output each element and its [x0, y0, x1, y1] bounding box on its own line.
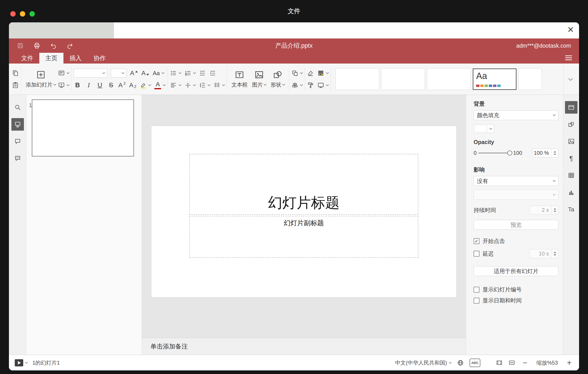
show-slide-number-checkbox[interactable]: 显示幻灯片编号	[474, 286, 558, 293]
show-date-time-checkbox[interactable]: 显示日期和时间	[474, 297, 558, 304]
preview-button[interactable]: 预览	[474, 220, 558, 230]
theme-item[interactable]	[381, 68, 425, 90]
decrease-font-button[interactable]: A	[141, 70, 149, 76]
slide-thumbnail[interactable]	[32, 99, 134, 157]
insert-textbox-button[interactable]: 文本框	[229, 70, 250, 88]
insert-image-button[interactable]: 图片	[250, 70, 268, 88]
font-name-select[interactable]	[74, 69, 107, 78]
comments-panel-button[interactable]	[11, 135, 24, 148]
increase-indent-button[interactable]	[209, 70, 216, 77]
theme-item[interactable]	[427, 68, 471, 90]
menu-hamburger-icon[interactable]	[565, 55, 572, 60]
bold-button[interactable]: B	[74, 82, 81, 88]
shape-settings-button[interactable]	[565, 118, 578, 131]
search-panel-button[interactable]	[11, 101, 24, 114]
delay-checkbox[interactable]: 延迟	[474, 250, 494, 257]
theme-gallery-expand-button[interactable]	[563, 64, 576, 95]
font-size-select[interactable]	[111, 69, 126, 78]
chart-settings-button[interactable]	[565, 186, 578, 199]
table-settings-button[interactable]	[565, 169, 578, 182]
add-slide-button[interactable]: 添加幻灯片	[23, 70, 58, 88]
slide-settings-button[interactable]	[565, 101, 578, 114]
zoom-out-button[interactable]: −	[521, 359, 529, 367]
underline-button[interactable]: U	[96, 82, 104, 88]
start-slideshow-status-button[interactable]	[15, 359, 23, 366]
slide-layout-button[interactable]	[58, 70, 69, 77]
align-left-icon	[170, 82, 177, 88]
redo-button[interactable]	[67, 42, 73, 49]
strikethrough-button[interactable]: S	[107, 82, 115, 88]
numbering-button[interactable]	[185, 70, 196, 77]
notes-area[interactable]: 单击添加备注	[142, 338, 466, 355]
play-icon	[18, 361, 21, 365]
fit-to-width-button[interactable]	[508, 360, 515, 366]
duration-input[interactable]: 2 s	[529, 206, 558, 215]
effect-variant-select[interactable]	[474, 190, 558, 200]
opacity-input[interactable]: 100 %	[532, 149, 558, 157]
decrease-indent-button[interactable]	[199, 70, 206, 77]
slide-size-button[interactable]	[317, 82, 328, 88]
spinner[interactable]	[551, 249, 558, 258]
undo-button[interactable]	[50, 42, 57, 49]
zoom-in-button[interactable]: +	[565, 359, 573, 367]
title-placeholder[interactable]: 幻灯片标题	[189, 154, 419, 215]
horizontal-align-button[interactable]	[170, 82, 181, 88]
tab-file[interactable]: 文件	[15, 53, 39, 64]
theme-item[interactable]	[335, 68, 379, 90]
shape-settings-icon	[568, 121, 575, 128]
fill-color-select[interactable]	[474, 124, 494, 133]
line-spacing-button[interactable]	[199, 82, 210, 88]
print-button[interactable]	[33, 42, 40, 49]
spellcheck-button[interactable]: ABC	[470, 359, 481, 367]
highlight-color-button[interactable]	[140, 82, 151, 88]
increase-font-button[interactable]: A	[130, 70, 138, 76]
paste-button[interactable]	[12, 82, 19, 88]
vertical-align-button[interactable]	[185, 82, 196, 88]
fit-to-slide-button[interactable]	[496, 360, 503, 366]
align-shape-button[interactable]	[292, 82, 303, 88]
theme-item-selected[interactable]: Aa	[473, 68, 516, 90]
apply-to-all-slides-button[interactable]: 适用于所有幻灯片	[474, 266, 558, 276]
subtitle-placeholder[interactable]: 幻灯片副标题	[189, 216, 419, 258]
arrange-shape-button[interactable]	[292, 70, 303, 77]
columns-button[interactable]	[214, 82, 224, 88]
effect-select[interactable]: 没有	[474, 176, 558, 186]
tab-insert[interactable]: 插入	[63, 53, 88, 64]
subscript-button[interactable]: A2	[129, 81, 136, 89]
chevron-down-icon	[178, 71, 181, 74]
fill-type-select[interactable]: 颜色填充	[474, 110, 558, 120]
paragraph-settings-button[interactable]: ¶	[565, 152, 578, 165]
opacity-slider-handle[interactable]	[507, 151, 512, 155]
change-case-button[interactable]: Aa	[153, 70, 164, 76]
spinner[interactable]	[551, 206, 558, 214]
font-color-button[interactable]: A	[154, 81, 165, 89]
copy-button[interactable]	[12, 70, 19, 77]
slide-canvas: 幻灯片标题 幻灯片副标题	[142, 95, 466, 338]
close-icon[interactable]: ×	[567, 24, 574, 35]
image-settings-button[interactable]	[565, 135, 578, 148]
chat-panel-button[interactable]	[11, 152, 24, 165]
start-on-click-checkbox[interactable]: ✓ 开始点击	[474, 237, 558, 245]
save-button[interactable]	[17, 42, 24, 49]
language-select[interactable]: 中文(中华人民共和国)	[395, 359, 451, 366]
arrange-icon	[292, 70, 298, 77]
bullets-button[interactable]	[170, 70, 181, 77]
slides-panel-button[interactable]	[11, 118, 24, 131]
start-slideshow-button[interactable]	[58, 82, 69, 88]
opacity-slider[interactable]	[478, 153, 511, 154]
spinner[interactable]	[551, 149, 558, 157]
superscript-button[interactable]: A2	[118, 81, 126, 89]
textart-settings-button[interactable]: Ta	[565, 203, 578, 216]
tab-home[interactable]: 主页	[39, 53, 63, 64]
slide-layout-icon	[58, 70, 65, 77]
insert-shape-button[interactable]: 形状	[268, 70, 287, 88]
tab-collaboration[interactable]: 协作	[88, 53, 112, 64]
delay-input[interactable]: 10 s	[529, 249, 558, 258]
theme-item[interactable]	[518, 68, 542, 90]
color-scheme-button[interactable]	[317, 70, 328, 77]
textbox-icon	[235, 70, 244, 79]
italic-button[interactable]: I	[85, 82, 93, 88]
clear-style-button[interactable]	[307, 70, 314, 77]
copy-style-button[interactable]	[307, 82, 314, 88]
document-language-button[interactable]	[457, 360, 464, 366]
